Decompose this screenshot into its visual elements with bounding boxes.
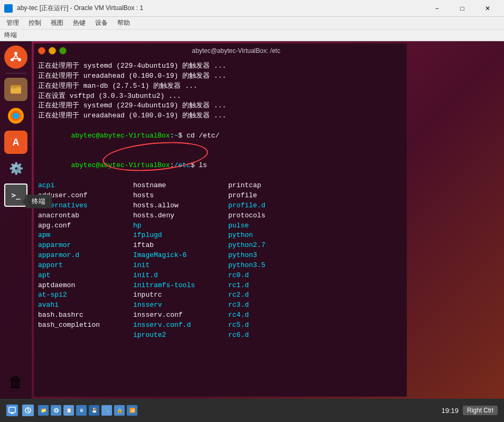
menu-devices[interactable]: 设备 [91, 17, 112, 29]
desktop-area [409, 41, 504, 399]
menu-view[interactable]: 视图 [46, 17, 68, 29]
sidebar-icon-trash[interactable]: 🗑 [4, 370, 27, 393]
svg-point-1 [14, 52, 17, 55]
menu-control[interactable]: 控制 [24, 17, 45, 29]
window-title: aby-tec [正在运行] - Oracle VM VirtualBox : … [17, 4, 143, 13]
terminal-title: abytec@abytec-VirtualBox: /etc [70, 47, 403, 54]
title-bar-left: aby-tec [正在运行] - Oracle VM VirtualBox : … [4, 4, 143, 13]
taskbar-label: 终端 [0, 30, 504, 41]
close-button[interactable]: ✕ [475, 0, 500, 17]
sidebar-icon-ubuntu-software[interactable]: A [4, 131, 27, 154]
terminal-prompt-ls: abytec@abytec-VirtualBox:/etc$ ls [38, 151, 403, 181]
status-bar: 📁 💿 📋 🖥 💾 🔧 🔒 📶 19:19 Right Ctrl [0, 399, 504, 422]
terminal-output-line: 正在处理用于 man-db (2.7.5-1) 的触发器 ... [38, 81, 403, 91]
menu-help[interactable]: 帮助 [113, 17, 134, 29]
title-bar: aby-tec [正在运行] - Oracle VM VirtualBox : … [0, 0, 504, 17]
terminal-output-line: 正在设置 vsftpd (3.0.3-3ubuntu2) ... [38, 91, 403, 102]
sidebar-icon-terminal[interactable]: >_ [4, 184, 27, 207]
status-icon-1[interactable] [6, 405, 18, 416]
terminal-close-button[interactable] [38, 47, 45, 54]
status-right: 19:19 Right Ctrl [441, 406, 498, 415]
status-icons-group: 📁 💿 📋 🖥 💾 🔧 🔒 📶 [38, 405, 137, 416]
ls-col3: printcap profile profile.d protocols pul… [228, 181, 313, 341]
ls-col1: acpi adduser.conf alternatives anacronta… [38, 181, 133, 341]
status-icon-2[interactable] [22, 405, 34, 416]
sidebar-icon-files[interactable] [4, 78, 27, 101]
maximize-button[interactable]: □ [450, 0, 474, 17]
terminal-output-line: 正在处理用于 systemd (229-4ubuntu19) 的触发器 ... [38, 61, 403, 71]
status-small-icon-6[interactable]: 🔧 [101, 405, 112, 416]
terminal-prompt-cd: abytec@abytec-VirtualBox:~$ cd /etc/ [38, 121, 403, 151]
sidebar-icon-ubuntu[interactable] [4, 45, 27, 69]
status-left: 📁 💿 📋 🖥 💾 🔧 🔒 📶 [6, 405, 137, 416]
ls-col2: hostname hosts hosts.allow hosts.deny hp… [133, 181, 228, 341]
minimize-button[interactable]: − [425, 0, 449, 17]
terminal-output-line: 正在处理用于 ureadahead (0.100.0-19) 的触发器 ... [38, 71, 403, 81]
svg-rect-9 [12, 86, 16, 88]
terminal-body[interactable]: 正在处理用于 systemd (229-4ubuntu19) 的触发器 ... … [34, 58, 407, 397]
title-bar-controls: − □ ✕ [425, 0, 500, 17]
sidebar-divider [5, 73, 26, 74]
menu-hotkey[interactable]: 热键 [69, 17, 90, 29]
status-small-icon-5[interactable]: 💾 [89, 405, 99, 416]
terminal-minimize-button[interactable] [49, 47, 56, 54]
menu-manage[interactable]: 管理 [2, 17, 23, 29]
sidebar-icon-settings[interactable]: ⚙️ [4, 157, 27, 180]
status-small-icon-1[interactable]: 📁 [38, 405, 49, 416]
status-time: 19:19 [441, 407, 459, 415]
status-small-icon-4[interactable]: 🖥 [76, 405, 87, 416]
svg-rect-13 [9, 407, 15, 412]
sidebar: A ⚙️ >_ 终端 🗑 [0, 41, 32, 399]
terminal-titlebar: abytec@abytec-VirtualBox: /etc [34, 43, 407, 58]
status-small-icon-7[interactable]: 🔒 [114, 405, 125, 416]
virtualbox-icon [4, 4, 13, 13]
status-small-icon-8[interactable]: 📶 [127, 405, 137, 416]
menu-bar: 管理 控制 视图 热键 设备 帮助 [0, 17, 504, 30]
right-ctrl-label: Right Ctrl [463, 406, 498, 415]
terminal-output-line: 正在处理用于 ureadahead (0.100.0-19) 的触发器 ... [38, 111, 403, 121]
status-small-icon-3[interactable]: 📋 [63, 405, 74, 416]
terminal-output-line: 正在处理用于 systemd (229-4ubuntu19) 的触发器 ... [38, 101, 403, 111]
terminal-maximize-button[interactable] [59, 47, 67, 54]
ls-output: acpi adduser.conf alternatives anacronta… [38, 181, 403, 341]
svg-point-12 [13, 113, 19, 119]
status-small-icon-2[interactable]: 💿 [51, 405, 61, 416]
sidebar-icon-firefox[interactable] [4, 104, 27, 127]
terminal-window: abytec@abytec-VirtualBox: /etc 正在处理用于 sy… [34, 43, 407, 397]
main-area: A ⚙️ >_ 终端 🗑 abytec@abytec-VirtualBox: /… [0, 41, 504, 399]
